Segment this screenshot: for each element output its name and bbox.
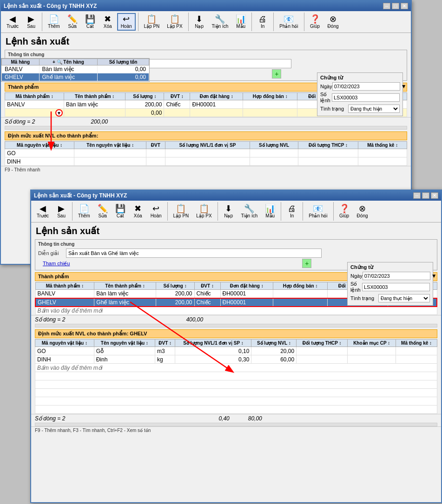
tp-click-hint-2[interactable]: Bấm vào đây để thêm mới — [35, 307, 437, 315]
dm-col-ten-2: Tên nguyên vật liệu ↕ — [94, 340, 155, 347]
btn-them-2[interactable]: 📄 Thêm — [75, 203, 93, 220]
btn-them-1[interactable]: 📄 Thêm — [45, 13, 63, 30]
ngay-input-2[interactable] — [363, 272, 430, 280]
tp-col-ten-2: Tên thành phẩm ↕ — [94, 282, 156, 290]
add-ref-btn-2[interactable]: + — [302, 259, 311, 268]
so-lenh-input-1[interactable] — [332, 93, 400, 102]
dm-click-hint-2[interactable]: Bấm vào đây để thêm mới — [35, 364, 437, 372]
tp-ma-2-1[interactable]: ▼ — [5, 109, 64, 117]
sep-1b — [138, 13, 139, 31]
btn-in-label-1: In — [261, 24, 264, 29]
tp-dvt-1-1: Chiếc — [164, 100, 190, 109]
btn-giup-2[interactable]: ❓ Giúp — [336, 203, 353, 220]
dm-header-row-1: Mã nguyên vật liệu ↕ Tên nguyên vật liệu… — [5, 142, 407, 149]
btn-hoan-1[interactable]: ↩ Hoàn — [117, 13, 136, 31]
maximize-btn-2[interactable]: □ — [422, 192, 429, 199]
btn-sau-1[interactable]: ▶ Sau — [23, 13, 40, 30]
dien-giai-input-2[interactable] — [66, 249, 322, 258]
print-icon-2: 🖨 — [288, 204, 296, 213]
add-ref-btn-1[interactable]: + — [272, 69, 281, 79]
maximize-btn-1[interactable]: □ — [392, 3, 399, 9]
lapPX-icon-1: 📋 — [170, 15, 180, 23]
minimize-btn-2[interactable]: ─ — [413, 192, 421, 199]
btn-mau-1[interactable]: 📊 Mẫu — [232, 13, 249, 30]
btn-lapPN-label-2: Lập PN — [173, 213, 189, 218]
btn-sua-1[interactable]: ✏️ Sửa — [64, 13, 81, 30]
table-row[interactable]: DINH — [5, 157, 407, 166]
btn-lapPX-2[interactable]: 📋 Lập PX — [193, 203, 215, 220]
btn-in-1[interactable]: 🖨 In — [254, 13, 271, 30]
dm-dt-2-1 — [298, 157, 358, 166]
dropdown-arrow-1[interactable]: ▼ — [55, 109, 63, 117]
btn-phanhoi-1[interactable]: 📧 Phản hồi — [276, 13, 301, 30]
table-row[interactable]: DINH Đinh kg 0,30 60,00 — [35, 355, 437, 364]
tp-ma-input-1[interactable] — [7, 110, 40, 116]
dm-dt-2-2 — [297, 355, 348, 364]
btn-phanhoi-2[interactable]: 📧 Phản hồi — [305, 203, 330, 220]
hscroll-2[interactable] — [35, 324, 437, 327]
btn-tienich-1[interactable]: 🔧 Tiện ích — [209, 13, 232, 30]
tham-chieu-link-2[interactable]: Tham chiếu — [38, 260, 74, 268]
close-btn-2[interactable]: ✕ — [431, 192, 438, 199]
table-row[interactable]: GO Gỗ m3 0,10 20,00 — [35, 347, 437, 355]
btn-nap-1[interactable]: ⬇ Nạp — [191, 13, 208, 30]
hscroll-dm-2[interactable] — [35, 423, 437, 426]
table-row[interactable]: Bấm vào đây để thêm mới — [35, 364, 437, 372]
btn-lapPX-1[interactable]: 📋 Lập PX — [164, 13, 185, 30]
btn-xoa-2[interactable]: ✖ Xóa — [130, 203, 146, 220]
so-lenh-input-2[interactable] — [362, 283, 430, 291]
toolbar-1: ◀ Trước ▶ Sau 📄 Thêm ✏️ Sửa 💾 Cất ✖ Xóa … — [1, 11, 411, 33]
btn-lapPN-2[interactable]: 📋 Lập PN — [170, 203, 192, 220]
btn-cat-1[interactable]: 💾 Cất — [82, 13, 99, 30]
tp-ddh-1-1: ĐH00001 — [190, 100, 243, 109]
btn-sua-2[interactable]: ✏️ Sửa — [94, 203, 111, 220]
btn-mau-2[interactable]: 📊 Mẫu — [262, 203, 278, 220]
hscroll-1[interactable] — [5, 126, 407, 130]
btn-sau-2[interactable]: ▶ Sau — [53, 203, 70, 220]
ngay-input-1[interactable] — [332, 82, 400, 91]
so-lenh-label-1: Số lệnh — [320, 92, 332, 104]
calendar-icon-2[interactable]: ▼ — [431, 273, 437, 279]
btn-xoa-1[interactable]: ✖ Xóa — [99, 13, 116, 30]
table-row — [35, 406, 437, 414]
btn-cat-2[interactable]: 💾 Cất — [112, 203, 129, 220]
btn-giup-1[interactable]: ❓ Giúp — [307, 13, 323, 30]
tinh-trang-select-2[interactable]: Đang thực hiện — [378, 294, 430, 302]
btn-dong-1[interactable]: ⊗ Đóng — [324, 13, 342, 30]
ngay-label-2: Ngày — [350, 273, 363, 279]
list-item[interactable]: GHELV Ghế làm việc 0,00 — [2, 73, 149, 81]
btn-cat-label-2: Cất — [117, 213, 124, 218]
table-row[interactable]: GO — [5, 149, 407, 157]
tp-dvt-2-1 — [164, 109, 190, 117]
dm-header-row-2: Mã nguyên vật liệu ↕ Tên nguyên vật liệu… — [35, 340, 437, 347]
dm-col-mtk-1: Mã thống kê ↕ — [358, 142, 407, 149]
close-icon-2: ⊗ — [359, 204, 366, 213]
btn-truoc-2[interactable]: ◀ Trước — [33, 203, 52, 220]
table-row[interactable]: Bấm vào đây để thêm mới — [35, 307, 437, 315]
titlebar-controls-1: ─ □ ✕ — [383, 3, 408, 9]
edit-icon-2: ✏️ — [98, 204, 108, 213]
add-icon-2: 📄 — [79, 204, 89, 213]
minimize-btn-1[interactable]: ─ — [383, 3, 390, 9]
calendar-icon-1[interactable]: ▼ — [401, 83, 407, 90]
btn-truoc-1[interactable]: ◀ Trước — [3, 13, 22, 30]
sep-1e — [273, 13, 274, 31]
dinh-muc-table-1: Mã nguyên vật liệu ↕ Tên nguyên vật liệu… — [5, 141, 407, 166]
page-title-1: Lệnh sản xuất — [1, 33, 411, 48]
list-item[interactable]: BANLV Bàn làm việc 0,00 — [2, 65, 149, 73]
btn-hoan-2[interactable]: ↩ Hoàn — [147, 203, 165, 220]
so-dong-1: Số dòng = 2 200,00 — [1, 117, 411, 126]
so-lenh-label-2: Số lệnh — [350, 281, 362, 293]
dp-ten-2-1: Ghế làm việc — [39, 73, 98, 81]
btn-dong-2[interactable]: ⊗ Đóng — [354, 203, 371, 220]
btn-nap-2[interactable]: ⬇ Nạp — [220, 203, 237, 220]
dm-col-ten-1: Tên nguyên vật liệu ↕ — [74, 142, 146, 149]
thong-tin-label-1: Thông tin chung — [8, 52, 404, 57]
lapPX-icon-2: 📋 — [199, 204, 209, 213]
btn-in-2[interactable]: 🖨 In — [284, 203, 300, 220]
btn-tienich-label-1: Tiện ích — [212, 24, 229, 29]
tinh-trang-select-1[interactable]: Đang thực hiện — [348, 105, 400, 113]
close-btn-1[interactable]: ✕ — [401, 3, 408, 9]
btn-lapPN-1[interactable]: 📋 Lập PN — [141, 13, 163, 30]
btn-tienich-2[interactable]: 🔧 Tiện ích — [238, 203, 261, 220]
